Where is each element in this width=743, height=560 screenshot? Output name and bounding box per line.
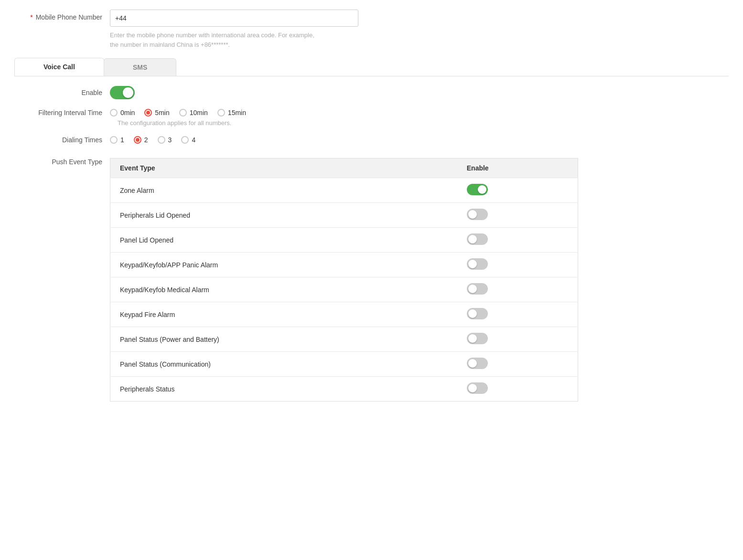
- filter-15min[interactable]: 15min: [217, 109, 246, 116]
- dial-4-circle: [181, 136, 189, 144]
- table-row: Peripherals Status: [110, 377, 578, 402]
- required-star: *: [30, 13, 32, 21]
- filtering-radio-group: 0min 5min 10min 15min: [110, 109, 246, 116]
- tabs-container: Voice Call SMS: [14, 58, 729, 76]
- dial-3[interactable]: 3: [158, 136, 172, 144]
- dial-2-circle: [134, 136, 141, 144]
- filter-5min[interactable]: 5min: [144, 109, 169, 116]
- col-event-type: Event Type: [110, 158, 457, 178]
- table-row: Panel Lid Opened: [110, 228, 578, 253]
- event-toggle-7[interactable]: [467, 358, 488, 369]
- event-toggle-5[interactable]: [467, 308, 488, 319]
- event-type-cell: Peripherals Lid Opened: [110, 203, 457, 228]
- event-table: Event Type Enable Zone AlarmPeripherals …: [110, 158, 578, 402]
- event-type-cell: Panel Status (Power and Battery): [110, 327, 457, 352]
- event-toggle-4[interactable]: [467, 283, 488, 295]
- event-enable-cell: [457, 178, 578, 203]
- phone-label: Mobile Phone Number: [36, 13, 102, 21]
- event-toggle-3[interactable]: [467, 258, 488, 270]
- phone-input[interactable]: [110, 10, 358, 27]
- table-row: Zone Alarm: [110, 178, 578, 203]
- tab-sms[interactable]: SMS: [104, 58, 176, 76]
- filtering-hint: The configuration applies for all number…: [118, 119, 231, 127]
- filtering-label: Filtering Interval Time: [38, 109, 102, 116]
- event-toggle-6[interactable]: [467, 333, 488, 344]
- tab-voice-call[interactable]: Voice Call: [14, 58, 104, 76]
- event-enable-cell: [457, 302, 578, 327]
- table-row: Panel Status (Communication): [110, 352, 578, 377]
- dialing-label: Dialing Times: [62, 136, 102, 144]
- event-toggle-0[interactable]: [467, 184, 488, 195]
- event-toggle-1[interactable]: [467, 209, 488, 220]
- event-enable-cell: [457, 203, 578, 228]
- event-enable-cell: [457, 327, 578, 352]
- dial-2[interactable]: 2: [134, 136, 148, 144]
- event-enable-cell: [457, 253, 578, 277]
- table-row: Panel Status (Power and Battery): [110, 327, 578, 352]
- filter-5min-circle: [144, 109, 152, 116]
- event-enable-cell: [457, 277, 578, 302]
- event-type-cell: Panel Lid Opened: [110, 228, 457, 253]
- enable-label: Enable: [81, 89, 102, 96]
- event-enable-cell: [457, 352, 578, 377]
- event-toggle-2[interactable]: [467, 233, 488, 245]
- filter-0min[interactable]: 0min: [110, 109, 135, 116]
- table-row: Peripherals Lid Opened: [110, 203, 578, 228]
- event-type-cell: Peripherals Status: [110, 377, 457, 402]
- col-enable: Enable: [457, 158, 578, 178]
- event-type-cell: Panel Status (Communication): [110, 352, 457, 377]
- dialing-radio-group: 1 2 3 4: [110, 136, 195, 144]
- event-enable-cell: [457, 228, 578, 253]
- table-row: Keypad Fire Alarm: [110, 302, 578, 327]
- dial-1-circle: [110, 136, 118, 144]
- filter-15min-circle: [217, 109, 225, 116]
- event-type-cell: Keypad/Keyfob/APP Panic Alarm: [110, 253, 457, 277]
- filter-10min[interactable]: 10min: [179, 109, 208, 116]
- filter-10min-circle: [179, 109, 187, 116]
- table-row: Keypad/Keyfob/APP Panic Alarm: [110, 253, 578, 277]
- enable-toggle[interactable]: [110, 86, 135, 99]
- event-toggle-8[interactable]: [467, 382, 488, 394]
- event-type-cell: Zone Alarm: [110, 178, 457, 203]
- dial-4[interactable]: 4: [181, 136, 195, 144]
- dial-3-circle: [158, 136, 165, 144]
- event-type-cell: Keypad/Keyfob Medical Alarm: [110, 277, 457, 302]
- phone-hint-line2: the number in mainland China is +86*****…: [110, 41, 230, 48]
- dial-1[interactable]: 1: [110, 136, 124, 144]
- filter-0min-circle: [110, 109, 118, 116]
- phone-hint-line1: Enter the mobile phone number with inter…: [110, 32, 314, 39]
- table-row: Keypad/Keyfob Medical Alarm: [110, 277, 578, 302]
- event-type-cell: Keypad Fire Alarm: [110, 302, 457, 327]
- event-enable-cell: [457, 377, 578, 402]
- push-event-label: Push Event Type: [52, 158, 102, 166]
